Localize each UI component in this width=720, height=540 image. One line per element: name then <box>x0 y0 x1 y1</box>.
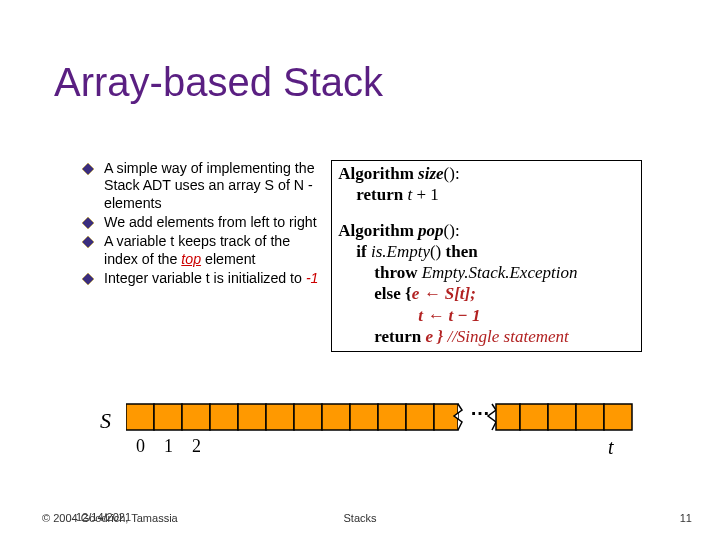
algo-line: t ← t − 1 <box>338 305 635 326</box>
algo-pop: Algorithm pop(): if is.Empty() then thro… <box>338 220 635 348</box>
algo-keyword: else { <box>374 284 411 303</box>
bullet-text-suffix: element <box>201 251 255 267</box>
algo-text: () <box>430 242 446 261</box>
spacer <box>338 206 635 220</box>
bullet-column: A simple way of implementing the Stack A… <box>82 160 321 352</box>
algo-code: t <box>418 306 427 325</box>
svg-marker-3 <box>82 273 94 285</box>
svg-rect-19 <box>548 404 576 430</box>
diamond-bullet-icon <box>82 163 94 175</box>
algo-fn-call: is.Empty <box>371 242 430 261</box>
svg-rect-14 <box>378 404 406 430</box>
array-svg <box>126 402 646 434</box>
algo-keyword: if <box>356 242 371 261</box>
array-ellipsis: … <box>470 397 490 420</box>
svg-rect-15 <box>406 404 434 430</box>
algo-keyword: then <box>446 242 478 261</box>
bullet-item: A variable t keeps track of the index of… <box>82 233 321 268</box>
algo-size: Algorithm size(): return t + 1 <box>338 163 635 206</box>
bullet-list: A simple way of implementing the Stack A… <box>82 160 321 287</box>
array-diagram: S <box>100 402 640 464</box>
array-label-s: S <box>100 408 111 434</box>
algo-code: t − 1 <box>444 306 480 325</box>
algo-code: e } <box>425 327 443 346</box>
diamond-bullet-icon <box>82 273 94 285</box>
footer-center: Stacks <box>0 512 720 524</box>
algo-exception: Empty.Stack.Exception <box>422 263 578 282</box>
bullet-text: We add elements from left to right <box>104 214 317 230</box>
footer-page-number: 11 <box>680 512 692 524</box>
algo-fn: size <box>418 164 444 183</box>
diamond-bullet-icon <box>82 236 94 248</box>
svg-rect-11 <box>294 404 322 430</box>
svg-rect-9 <box>238 404 266 430</box>
arrow-left-icon: ← <box>427 306 444 325</box>
algo-line: if is.Empty() then <box>338 241 635 262</box>
array-index-1: 1 <box>164 436 173 457</box>
algo-keyword: return <box>374 327 425 346</box>
algo-keyword: throw <box>374 263 421 282</box>
svg-marker-0 <box>82 163 94 175</box>
bullet-text: A simple way of implementing the Stack A… <box>104 160 315 211</box>
algo-keyword: Algorithm <box>338 221 418 240</box>
algo-line: return t + 1 <box>338 184 635 205</box>
keyword-top: top <box>181 251 201 267</box>
algo-line: throw Empty.Stack.Exception <box>338 262 635 283</box>
svg-rect-18 <box>520 404 548 430</box>
svg-rect-7 <box>182 404 210 430</box>
svg-rect-5 <box>126 404 154 430</box>
bullet-item: Integer variable t is initialized to -1 <box>82 270 321 287</box>
algo-keyword: Algorithm <box>338 164 418 183</box>
algo-code: e <box>412 284 424 303</box>
algo-paren: (): <box>444 164 460 183</box>
bullet-item: We add elements from left to right <box>82 214 321 231</box>
algo-keyword: return <box>356 185 407 204</box>
slide: Array-based Stack A simple way of implem… <box>0 0 720 540</box>
array-cells <box>126 402 646 438</box>
keyword-neg1: -1 <box>306 270 319 286</box>
svg-rect-12 <box>322 404 350 430</box>
array-index-0: 0 <box>136 436 145 457</box>
slide-title: Array-based Stack <box>54 60 383 105</box>
svg-marker-1 <box>82 217 94 229</box>
svg-rect-21 <box>604 404 632 430</box>
algorithm-box: Algorithm size(): return t + 1 Algorithm… <box>331 160 642 352</box>
array-label-t: t <box>608 436 614 459</box>
diamond-bullet-icon <box>82 217 94 229</box>
svg-rect-8 <box>210 404 238 430</box>
algo-code: S[t]; <box>440 284 475 303</box>
bullet-item: A simple way of implementing the Stack A… <box>82 160 321 212</box>
svg-rect-13 <box>350 404 378 430</box>
algo-paren: (): <box>444 221 460 240</box>
svg-rect-20 <box>576 404 604 430</box>
svg-marker-2 <box>82 236 94 248</box>
svg-rect-6 <box>154 404 182 430</box>
algo-line: return e } //Single statement <box>338 326 635 347</box>
algo-text: + 1 <box>412 185 439 204</box>
algo-comment: //Single statement <box>443 327 569 346</box>
svg-rect-10 <box>266 404 294 430</box>
arrow-left-icon: ← <box>423 284 440 303</box>
svg-rect-17 <box>496 404 520 430</box>
algo-fn: pop <box>418 221 444 240</box>
array-index-2: 2 <box>192 436 201 457</box>
slide-body: A simple way of implementing the Stack A… <box>82 160 642 352</box>
bullet-text: Integer variable t is initialized to <box>104 270 306 286</box>
algo-line: else {e ← S[t]; <box>338 283 635 304</box>
